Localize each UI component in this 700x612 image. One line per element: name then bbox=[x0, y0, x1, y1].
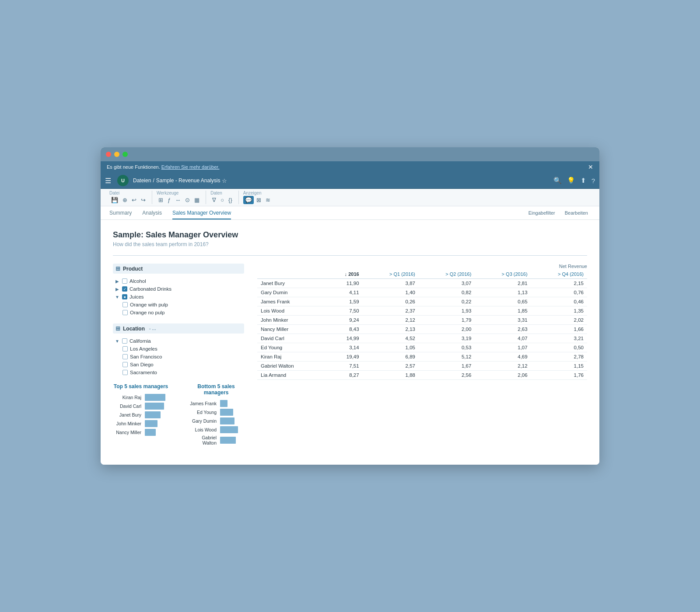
tree-item-carbonated[interactable]: ▶ Carbonated Drinks bbox=[113, 285, 244, 293]
checkbox-orange-pulp[interactable] bbox=[122, 302, 128, 307]
col-header-q1[interactable]: > Q1 (2016) bbox=[363, 270, 419, 279]
cell-q2-0: 3,07 bbox=[419, 279, 475, 288]
cell-2016-8: 19,49 bbox=[326, 352, 363, 362]
maximize-button[interactable] bbox=[122, 152, 128, 157]
checkbox-orange-nopulp[interactable] bbox=[122, 310, 128, 315]
location-tree-more: - … bbox=[149, 326, 156, 331]
avatar[interactable]: U bbox=[117, 175, 129, 186]
product-tree-label: Product bbox=[123, 266, 143, 272]
toolbar-btn-undo[interactable]: ↩ bbox=[130, 196, 138, 204]
main-content: Sample: Sales Manager Overview How did t… bbox=[101, 220, 599, 465]
breadcrumb-part2: Sample - Revenue Analysis bbox=[156, 177, 220, 184]
breadcrumb-part1: Dateien bbox=[133, 177, 151, 184]
checkbox-losangeles[interactable] bbox=[122, 346, 128, 351]
tab-analysis[interactable]: Analysis bbox=[142, 206, 162, 219]
tree-item-california[interactable]: ▼ California bbox=[113, 337, 244, 345]
toolbar-btn-add[interactable]: ⊕ bbox=[121, 196, 129, 204]
favorite-icon[interactable]: ☆ bbox=[222, 177, 227, 184]
checkbox-carbonated[interactable] bbox=[122, 286, 127, 292]
bar-fill-john bbox=[145, 420, 158, 427]
hamburger-menu-icon[interactable]: ☰ bbox=[105, 177, 111, 185]
expand-icon-carbonated[interactable]: ▶ bbox=[115, 286, 120, 292]
toolbar-btn-tool2[interactable]: ƒ bbox=[166, 196, 172, 204]
expand-icon-alcohol[interactable]: ▶ bbox=[115, 278, 120, 284]
table-body: Janet Bury 11,90 3,87 3,07 2,81 2,15 Gar… bbox=[257, 279, 587, 380]
toolbar-btn-tool5[interactable]: ▦ bbox=[192, 196, 201, 204]
toolbar-btn-code[interactable]: {} bbox=[227, 196, 234, 204]
toolbar-btn-grid[interactable]: ⊠ bbox=[255, 196, 263, 204]
top5-chart-title: Top 5 sales managers bbox=[113, 383, 169, 389]
bottom5-chart-title: Bottom 5 sales managers bbox=[188, 383, 244, 396]
help-icon[interactable]: ? bbox=[592, 177, 595, 184]
tree-item-alcohol[interactable]: ▶ Alcohol bbox=[113, 277, 244, 285]
checkbox-sanfrancisco[interactable] bbox=[122, 354, 128, 359]
cell-q3-10: 2,06 bbox=[475, 371, 531, 380]
bearbeiten-button[interactable]: Bearbeiten bbox=[562, 209, 591, 216]
bar-track-john bbox=[145, 420, 169, 427]
eingabefilter-button[interactable]: Eingabefilter bbox=[526, 209, 558, 216]
table-row: Janet Bury 11,90 3,87 3,07 2,81 2,15 bbox=[257, 279, 587, 288]
bar-label-lois: Lois Wood bbox=[188, 427, 217, 432]
search-icon[interactable]: 🔍 bbox=[553, 177, 562, 184]
toolbar-btn-tool3[interactable]: ↔ bbox=[173, 196, 182, 204]
toolbar-label-werkzeuge: Werkzeuge bbox=[157, 191, 178, 195]
toolbar-btn-save[interactable]: 💾 bbox=[109, 196, 120, 204]
checkbox-california[interactable] bbox=[122, 338, 127, 344]
bar-row-janet: Janet Bury bbox=[113, 411, 169, 418]
browser-window: Es gibt neue Funktionen. Erfahren Sie me… bbox=[101, 147, 599, 465]
notification-bar: Es gibt neue Funktionen. Erfahren Sie me… bbox=[101, 161, 599, 173]
cell-q1-9: 2,57 bbox=[363, 362, 419, 371]
tree-label-orange-nopulp: Orange no pulp bbox=[130, 310, 164, 315]
tree-item-sanfrancisco[interactable]: San Francisco bbox=[113, 353, 244, 361]
bar-track-lois bbox=[220, 426, 244, 433]
product-tree-header: ⊞ Product bbox=[113, 264, 244, 274]
table-row: Nancy Miller 8,43 2,13 2,00 2,63 1,66 bbox=[257, 325, 587, 334]
tree-item-juices[interactable]: ▼ Juices bbox=[113, 293, 244, 301]
minimize-button[interactable] bbox=[114, 152, 119, 157]
q1-col-label: > Q1 (2016) bbox=[389, 271, 415, 277]
toolbar-btn-redo[interactable]: ↪ bbox=[139, 196, 147, 204]
cell-q3-0: 2,81 bbox=[475, 279, 531, 288]
cell-2016-4: 9,24 bbox=[326, 316, 363, 325]
expand-icon-juices[interactable]: ▼ bbox=[115, 294, 120, 299]
checkbox-sacramento[interactable] bbox=[122, 370, 128, 375]
toolbar-btn-filter[interactable]: ∇ bbox=[210, 196, 218, 204]
cell-q2-9: 1,67 bbox=[419, 362, 475, 371]
toolbar-btn-tool1[interactable]: ⊞ bbox=[157, 196, 165, 204]
close-button[interactable] bbox=[106, 152, 111, 157]
toolbar-btn-comment[interactable]: 💬 bbox=[243, 196, 254, 204]
bar-fill-janet bbox=[145, 411, 161, 418]
toolbar-btn-view[interactable]: ≋ bbox=[264, 196, 272, 204]
col-header-year[interactable]: ↓ 2016 bbox=[326, 270, 363, 279]
cell-q1-4: 2,12 bbox=[363, 316, 419, 325]
toolbar-btn-reload[interactable]: ○ bbox=[219, 196, 226, 204]
product-tree-icon: ⊞ bbox=[116, 265, 120, 272]
location-tree-icon: ⊞ bbox=[116, 325, 120, 332]
tree-item-orange-pulp[interactable]: Orange with pulp bbox=[113, 301, 244, 309]
bar-fill-lois bbox=[220, 426, 238, 433]
info-icon[interactable]: 💡 bbox=[567, 177, 575, 184]
bottom5-bar-chart: James Frank Ed Young bbox=[188, 400, 244, 445]
tab-sales-manager-overview[interactable]: Sales Manager Overview bbox=[172, 206, 231, 219]
checkbox-juices[interactable] bbox=[122, 294, 127, 299]
tab-summary[interactable]: Summary bbox=[109, 206, 132, 219]
tree-item-orange-nopulp[interactable]: Orange no pulp bbox=[113, 309, 244, 316]
checkbox-sandiego[interactable] bbox=[122, 362, 128, 367]
col-header-q4[interactable]: > Q4 (2016) bbox=[531, 270, 587, 279]
notification-link[interactable]: Erfahren Sie mehr darüber. bbox=[161, 164, 220, 170]
cell-2016-6: 14,99 bbox=[326, 334, 363, 343]
col-header-q3[interactable]: > Q3 (2016) bbox=[475, 270, 531, 279]
notification-close-button[interactable]: ✕ bbox=[588, 163, 593, 170]
toolbar-group-daten: Daten ∇ ○ {} bbox=[210, 191, 234, 204]
tree-item-losangeles[interactable]: Los Angeles bbox=[113, 345, 244, 353]
bar-track-david bbox=[145, 403, 169, 410]
share-icon[interactable]: ⬆ bbox=[581, 177, 586, 184]
toolbar-btn-tool4[interactable]: ⊙ bbox=[183, 196, 192, 204]
tree-item-sandiego[interactable]: San Diego bbox=[113, 361, 244, 369]
tree-item-sacramento[interactable]: Sacramento bbox=[113, 369, 244, 376]
col-header-q2[interactable]: > Q2 (2016) bbox=[419, 270, 475, 279]
checkbox-alcohol[interactable] bbox=[122, 278, 127, 284]
location-tree-section: ⊞ Location - … ▼ California Los Angeles bbox=[113, 323, 244, 376]
toolbar: Datei 💾 ⊕ ↩ ↪ Werkzeuge ⊞ ƒ ↔ ⊙ ▦ bbox=[101, 189, 599, 206]
expand-icon-california[interactable]: ▼ bbox=[115, 338, 120, 344]
